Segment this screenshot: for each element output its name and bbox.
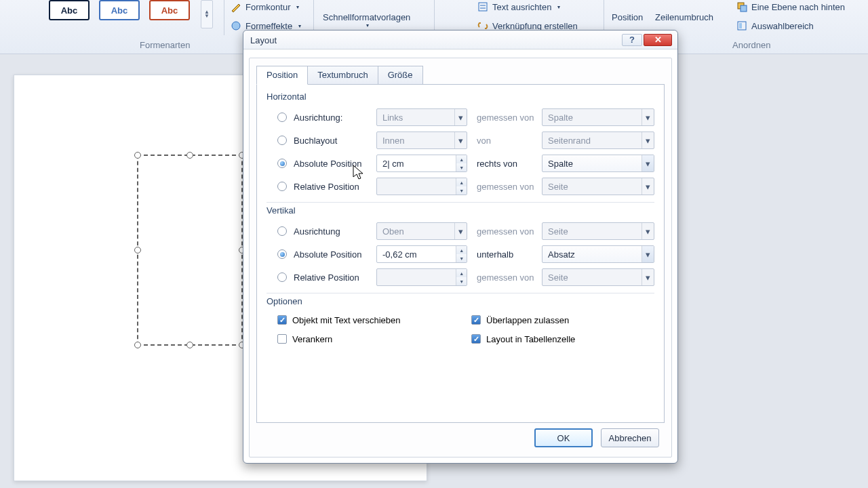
tab-textumbruch[interactable]: Textumbruch	[307, 66, 378, 85]
text-ausrichten-button[interactable]: Text ausrichten▾	[477, 1, 560, 12]
ribbon-separator	[224, 0, 224, 35]
zeilenumbruch-button[interactable]: Zeilenumbruch	[655, 12, 713, 22]
formkontur-button[interactable]: Formkontur▾	[231, 1, 299, 12]
label-gemessen-von: gemessen von	[467, 113, 542, 123]
selected-shape[interactable]	[137, 155, 243, 346]
section-horizontal: Horizontal Ausrichtung: Links▾ gemessen …	[267, 92, 654, 198]
spin-up-icon[interactable]: ▲	[456, 246, 467, 254]
checkbox-ueberlappen[interactable]	[471, 315, 481, 325]
combo-absolute-vert-ref[interactable]: Absatz▾	[542, 245, 654, 263]
checkbox-label: Verankern	[292, 334, 332, 344]
chevron-down-icon: ▾	[642, 132, 654, 148]
radio-ausrichtung-vert[interactable]	[277, 226, 287, 236]
send-backward-icon	[736, 1, 747, 12]
spin-up-icon[interactable]: ▲	[456, 155, 467, 163]
radio-ausrichtung[interactable]	[277, 113, 287, 122]
label-ausrichtung-vert: Ausrichtung	[294, 226, 376, 237]
spinner-absolute-horizontal[interactable]: ▲▼	[376, 155, 467, 172]
help-button[interactable]: ?	[622, 34, 642, 46]
group-label-formenarten: Formenarten	[140, 40, 190, 50]
label-unterhalb: unterhalb	[467, 249, 542, 260]
radio-relative-vert[interactable]	[277, 272, 287, 282]
ok-button[interactable]: OK	[534, 428, 593, 447]
position-button[interactable]: Position	[612, 12, 643, 22]
cancel-button[interactable]: Abbrechen	[601, 428, 659, 447]
section-legend: Horizontal	[267, 92, 654, 102]
close-button[interactable]: ✕	[644, 34, 672, 46]
input-absolute-horizontal[interactable]	[377, 155, 456, 171]
chevron-down-icon: ▾	[642, 155, 654, 171]
combo-relative-vert-ref: Seite▾	[542, 268, 654, 286]
dialog-titlebar[interactable]: Layout ? ✕	[243, 30, 677, 49]
label-absolute-horizontal: Absolute Position	[294, 159, 376, 169]
svg-rect-5	[741, 5, 747, 12]
pen-outline-icon	[231, 1, 241, 12]
spin-down-icon[interactable]: ▼	[456, 254, 467, 262]
section-vertikal: Vertikal Ausrichtung Oben▾ gemessen von …	[267, 205, 654, 289]
spinner-absolute-vert[interactable]: ▲▼	[376, 245, 467, 263]
spin-down-icon[interactable]: ▼	[456, 163, 467, 171]
combo-ausrichtung-value: Links▾	[376, 108, 467, 126]
resize-handle[interactable]	[186, 152, 193, 159]
combo-buchlayout-value: Innen▾	[376, 131, 467, 149]
label-gemessen-von: gemessen von	[467, 182, 542, 192]
spinner-relative-horizontal: ▲▼	[376, 178, 467, 195]
label-buchlayout: Buchlayout	[294, 136, 376, 146]
combo-ausrichtung-vert-ref: Seite▾	[542, 222, 654, 240]
label-gemessen-von: gemessen von	[467, 272, 542, 283]
resize-handle[interactable]	[134, 342, 141, 348]
row-relative-horizontal: Relative Position ▲▼ gemessen von Seite▾	[267, 175, 654, 198]
label-gemessen-von: gemessen von	[467, 226, 542, 237]
input-relative-vert	[377, 269, 456, 285]
ebene-hinten-button[interactable]: Eine Ebene nach hinten	[736, 1, 845, 12]
radio-absolute-vert[interactable]	[277, 249, 287, 259]
chevron-down-icon: ▾	[642, 223, 654, 239]
row-ausrichtung-vert: Ausrichtung Oben▾ gemessen von Seite▾	[267, 220, 654, 243]
radio-absolute-horizontal[interactable]	[277, 159, 287, 168]
tab-panel-position: Horizontal Ausrichtung: Links▾ gemessen …	[256, 84, 665, 423]
label-rechts-von: rechts von	[467, 159, 542, 169]
help-icon: ?	[629, 35, 635, 45]
shape-style-3[interactable]: Abc	[149, 0, 190, 20]
shape-style-1[interactable]: Abc	[49, 0, 90, 20]
row-absolute-horizontal: Absolute Position ▲▼ rechts von Spalte▾	[267, 152, 654, 175]
resize-handle[interactable]	[134, 152, 141, 159]
spin-down-icon: ▼	[456, 186, 467, 195]
dialog-tabs: Position Textumbruch Größe	[250, 58, 671, 84]
align-text-icon	[477, 1, 488, 12]
label-ausrichtung: Ausrichtung:	[294, 113, 376, 123]
combo-absolute-horizontal-ref[interactable]: Spalte▾	[542, 155, 654, 172]
tab-position[interactable]: Position	[256, 66, 308, 85]
gallery-more-button[interactable]: ▲▼	[201, 0, 213, 28]
chevron-down-icon: ▾	[454, 109, 467, 125]
label-relative-vert: Relative Position	[294, 272, 376, 283]
input-absolute-vert[interactable]	[377, 246, 456, 262]
radio-relative-horizontal[interactable]	[277, 182, 287, 191]
close-icon: ✕	[654, 35, 662, 45]
selection-pane-icon	[736, 20, 747, 31]
label-relative-horizontal: Relative Position	[294, 182, 376, 192]
auswahlbereich-button[interactable]: Auswahlbereich	[736, 20, 814, 31]
row-buchlayout: Buchlayout Innen▾ von Seitenrand▾	[267, 129, 654, 152]
shape-style-gallery[interactable]: Abc Abc Abc	[49, 0, 190, 20]
radio-buchlayout[interactable]	[277, 136, 287, 145]
label-absolute-vert: Absolute Position	[294, 249, 376, 260]
combo-relative-horizontal-ref: Seite▾	[542, 178, 654, 195]
shape-style-2[interactable]: Abc	[99, 0, 140, 20]
row-absolute-vert: Absolute Position ▲▼ unterhalb Absatz▾	[267, 243, 654, 266]
checkbox-verankern[interactable]	[277, 334, 287, 344]
resize-handle[interactable]	[134, 247, 141, 253]
checkbox-objekt-mit-text[interactable]	[277, 315, 287, 325]
layout-dialog: Layout ? ✕ Position Textumbruch Größe Ho…	[243, 30, 678, 464]
dialog-buttons: OK Abbrechen	[534, 428, 659, 447]
section-legend: Optionen	[267, 296, 654, 306]
checkbox-label: Überlappen zulassen	[486, 315, 569, 325]
resize-handle[interactable]	[186, 342, 193, 348]
section-legend: Vertikal	[267, 205, 654, 216]
label-von: von	[467, 136, 542, 146]
combo-buchlayout-ref: Seitenrand▾	[542, 131, 654, 149]
schnellformatvorlagen-button[interactable]: Schnellformatvorlagen▾	[323, 12, 410, 28]
checkbox-layout-tabellenzelle[interactable]	[471, 334, 481, 344]
combo-ausrichtung-vert-value: Oben▾	[376, 222, 467, 240]
tab-groesse[interactable]: Größe	[378, 66, 423, 85]
